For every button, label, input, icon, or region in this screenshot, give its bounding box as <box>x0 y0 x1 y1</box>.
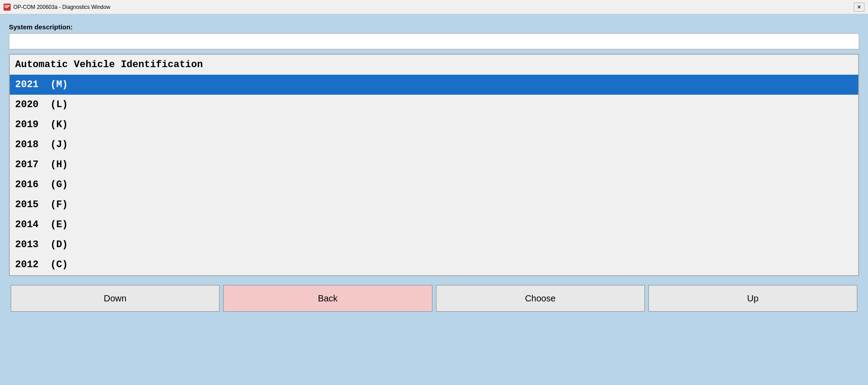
down-button[interactable]: Down <box>11 285 220 312</box>
title-bar-left: OP OP-COM 200603a - Diagnostics Window <box>4 4 110 11</box>
title-bar: OP OP-COM 200603a - Diagnostics Window ✕ <box>0 0 868 14</box>
list-item[interactable]: 2015 (F) <box>10 195 858 215</box>
vehicle-list[interactable]: Automatic Vehicle Identification 2021 (M… <box>9 54 859 276</box>
list-item[interactable]: 2013 (D) <box>10 235 858 255</box>
up-button[interactable]: Up <box>648 285 857 312</box>
list-item[interactable]: 2014 (E) <box>10 215 858 235</box>
list-item[interactable]: 2012 (C) <box>10 255 858 275</box>
app-icon: OP <box>4 4 11 11</box>
window-title: OP-COM 200603a - Diagnostics Window <box>13 4 110 10</box>
close-button[interactable]: ✕ <box>854 3 864 12</box>
system-description-input[interactable] <box>9 33 859 49</box>
back-button[interactable]: Back <box>223 285 432 312</box>
list-header: Automatic Vehicle Identification <box>10 55 858 75</box>
system-description-label: System description: <box>9 23 859 31</box>
list-item[interactable]: 2020 (L) <box>10 95 858 115</box>
main-content: MOTO LTD System description: Automatic V… <box>0 14 868 276</box>
choose-button[interactable]: Choose <box>436 285 645 312</box>
list-item[interactable]: 2018 (J) <box>10 135 858 155</box>
list-item[interactable]: 2017 (H) <box>10 155 858 175</box>
list-item[interactable]: 2019 (K) <box>10 115 858 135</box>
list-item[interactable]: 2011 (B) <box>10 275 858 276</box>
list-item[interactable]: 2016 (G) <box>10 175 858 195</box>
list-item[interactable]: 2021 (M) <box>10 75 858 95</box>
button-bar: Down Back Choose Up <box>0 285 868 312</box>
